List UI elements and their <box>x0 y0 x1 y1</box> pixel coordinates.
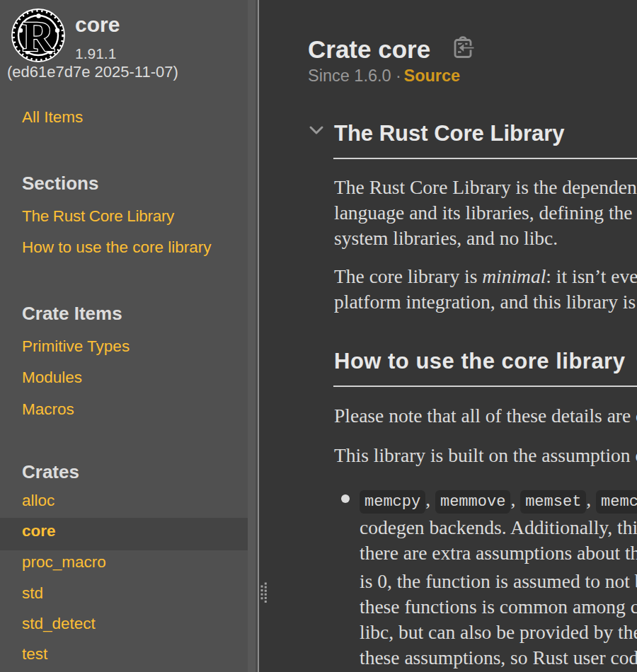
svg-text:R: R <box>22 11 54 59</box>
